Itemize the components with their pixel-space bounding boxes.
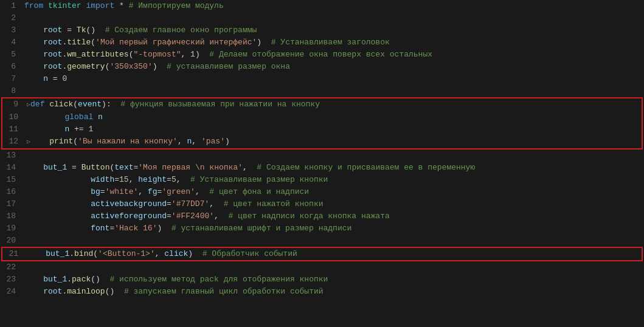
line-content-21: but_1.bind('<Button-1>', click) # Обрабо… [24, 248, 642, 260]
line-num-15: 15 [0, 174, 22, 186]
line-num-19: 19 [0, 222, 22, 235]
line-content-14: but_1 = Button(text='Моя первая \n кнопк… [22, 162, 644, 174]
line-4: 4 root.title('Мой первый графический инт… [0, 36, 644, 49]
line-num-5: 5 [0, 49, 22, 61]
line-13: 13 [0, 150, 644, 162]
line-18: 18 activeforeground='#FF2400', # цвет на… [0, 210, 644, 222]
line-content-12: ▷ print('Вы нажали на кнопку', n, 'pas') [24, 136, 642, 148]
line-num-14: 14 [0, 162, 22, 174]
line-2: 2 [0, 12, 644, 24]
line-num-12: 12 [2, 136, 24, 148]
line-15: 15 width=15, height=5, # Устанавливаем р… [0, 174, 644, 186]
line-16: 16 bg='white', fg='green', # цвет фона и… [0, 186, 644, 198]
line-num-24: 24 [0, 286, 22, 298]
line-num-23: 23 [0, 274, 22, 286]
line-num-21: 21 [2, 248, 24, 260]
line-num-18: 18 [0, 210, 22, 222]
line-content-24: root.mainloop() # запускаем главный цикл… [22, 286, 644, 298]
line-21: 21 but_1.bind('<Button-1>', click) # Обр… [2, 248, 642, 260]
line-8: 8 [0, 85, 644, 97]
line-content-6: root.geometry('350x350') # устанавливем … [22, 61, 644, 73]
line-6: 6 root.geometry('350x350') # устанавливе… [0, 61, 644, 73]
line-14: 14 but_1 = Button(text='Моя первая \n кн… [0, 162, 644, 174]
line-content-10: global n [24, 111, 642, 123]
line-content-9: ▷def click(event): # функция вызываемая … [24, 98, 642, 111]
line-num-17: 17 [0, 198, 22, 210]
line-7: 7 n = 0 [0, 73, 644, 85]
line-num-1: 1 [0, 0, 22, 12]
line-content-3: root = Tk() # Создаем главное окно прогр… [22, 24, 644, 36]
line-content-4: root.title('Мой первый графический интер… [22, 36, 644, 49]
line-num-4: 4 [0, 36, 22, 49]
line-num-11: 11 [2, 123, 24, 136]
line-23: 23 but_1.pack() # используем метод pack … [0, 274, 644, 286]
line-content-11: n += 1 [24, 123, 642, 136]
line-content-5: root.wm_attributes("-topmost", 1) # Дела… [22, 49, 644, 61]
line-num-9: 9 [2, 98, 24, 111]
line-17: 17 activebackground='#77DD7', # цвет наж… [0, 198, 644, 210]
line-10: 10 global n [2, 111, 642, 123]
line-content-17: activebackground='#77DD7', # цвет нажато… [22, 198, 644, 210]
line-content-1: from tkinter import * # Импортируем моду… [22, 0, 644, 12]
line-22: 22 [0, 261, 644, 274]
line-content-19: font='Hack 16') # устанавливаем шрифт и … [22, 222, 644, 235]
highlight-bind-block: 21 but_1.bind('<Button-1>', click) # Обр… [1, 247, 643, 261]
line-19: 19 font='Hack 16') # устанавливаем шрифт… [0, 222, 644, 235]
code-editor: 1 from tkinter import * # Импортируем мо… [0, 0, 644, 298]
line-num-16: 16 [0, 186, 22, 198]
line-1: 1 from tkinter import * # Импортируем мо… [0, 0, 644, 12]
line-num-10: 10 [2, 111, 24, 123]
line-9: 9 ▷def click(event): # функция вызываема… [2, 98, 642, 111]
line-num-2: 2 [0, 12, 22, 24]
line-3: 3 root = Tk() # Создаем главное окно про… [0, 24, 644, 36]
line-12: 12 ▷ print('Вы нажали на кнопку', n, 'pa… [2, 136, 642, 148]
line-content-16: bg='white', fg='green', # цвет фона и на… [22, 186, 644, 198]
line-11: 11 n += 1 [2, 123, 642, 136]
line-20: 20 [0, 235, 644, 247]
line-5: 5 root.wm_attributes("-topmost", 1) # Де… [0, 49, 644, 61]
line-num-20: 20 [0, 235, 22, 247]
highlight-def-block: 9 ▷def click(event): # функция вызываема… [1, 97, 643, 150]
line-content-23: but_1.pack() # используем метод pack для… [22, 274, 644, 286]
line-content-15: width=15, height=5, # Устанавливаем разм… [22, 174, 644, 186]
line-num-8: 8 [0, 85, 22, 97]
line-num-13: 13 [0, 150, 22, 162]
line-num-3: 3 [0, 24, 22, 36]
line-num-22: 22 [0, 261, 22, 274]
line-num-7: 7 [0, 73, 22, 85]
line-content-7: n = 0 [22, 73, 644, 85]
line-content-18: activeforeground='#FF2400', # цвет надпи… [22, 210, 644, 222]
line-24: 24 root.mainloop() # запускаем главный ц… [0, 286, 644, 298]
line-num-6: 6 [0, 61, 22, 73]
